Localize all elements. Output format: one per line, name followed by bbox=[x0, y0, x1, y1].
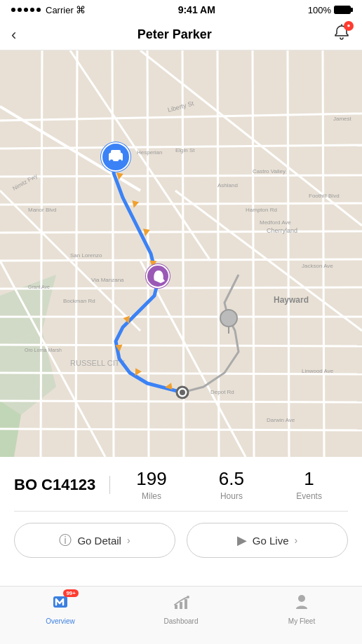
svg-line-24 bbox=[323, 50, 324, 457]
svg-line-12 bbox=[0, 345, 362, 346]
svg-point-73 bbox=[180, 390, 185, 395]
miles-stat: 199 Miles bbox=[136, 468, 166, 501]
events-label: Events bbox=[296, 491, 322, 501]
svg-line-8 bbox=[0, 231, 362, 233]
dashboard-tab-label: Dashboard bbox=[164, 617, 199, 625]
svg-rect-66 bbox=[111, 150, 121, 156]
notification-badge: ● bbox=[344, 21, 354, 31]
tab-dashboard[interactable]: Dashboard bbox=[121, 592, 241, 625]
tab-overview[interactable]: 99+ Overview bbox=[0, 592, 121, 625]
svg-line-23 bbox=[288, 50, 289, 457]
status-time: 9:41 AM bbox=[178, 4, 215, 15]
info-panel: BO C14123 199 Miles 6.5 Hours 1 Events ⓘ… bbox=[0, 457, 362, 583]
battery-percent: 100% bbox=[308, 5, 331, 15]
svg-rect-77 bbox=[175, 605, 177, 609]
svg-line-14 bbox=[0, 401, 362, 402]
dashboard-icon bbox=[171, 592, 191, 612]
svg-text:Bockman Rd: Bockman Rd bbox=[63, 298, 95, 304]
go-live-label: Go Live bbox=[253, 535, 289, 547]
status-left: Carrier ⌘ bbox=[11, 4, 86, 15]
live-chevron-icon: › bbox=[295, 535, 298, 546]
svg-point-68 bbox=[119, 160, 122, 163]
svg-text:Manor Blvd: Manor Blvd bbox=[28, 207, 56, 213]
page-title: Peter Parker bbox=[138, 27, 212, 42]
svg-line-22 bbox=[253, 50, 254, 457]
svg-point-80 bbox=[187, 596, 189, 598]
status-bar: Carrier ⌘ 9:41 AM 100% bbox=[0, 0, 362, 20]
svg-line-16 bbox=[41, 50, 42, 457]
svg-text:Hampton Rd: Hampton Rd bbox=[246, 207, 277, 213]
svg-rect-78 bbox=[180, 602, 182, 609]
stats-group: 199 Miles 6.5 Hours 1 Events bbox=[110, 468, 348, 501]
svg-text:Ashland: Ashland bbox=[217, 182, 238, 189]
svg-rect-79 bbox=[185, 599, 187, 609]
svg-point-74 bbox=[220, 310, 237, 327]
detail-chevron-icon: › bbox=[127, 535, 130, 546]
miles-value: 199 bbox=[136, 468, 166, 490]
svg-text:Oro Lorna Marsh: Oro Lorna Marsh bbox=[25, 348, 62, 352]
action-buttons: ⓘ Go Detail › ▶ Go Live › bbox=[14, 512, 348, 569]
svg-text:Foothill Blvd: Foothill Blvd bbox=[309, 193, 340, 199]
battery-fill bbox=[335, 6, 350, 13]
signal-dot-1 bbox=[11, 8, 15, 12]
carrier-label: Carrier bbox=[46, 5, 74, 15]
go-detail-label: Go Detail bbox=[77, 535, 121, 547]
overview-badge: 99+ bbox=[63, 589, 79, 597]
svg-text:Darwin Ave: Darwin Ave bbox=[267, 417, 295, 423]
map-container[interactable]: Liberty St Nimitz Fwy Manor Blvd San Lor… bbox=[0, 50, 362, 457]
svg-text:Jackson Ave: Jackson Ave bbox=[302, 263, 333, 269]
tab-myfleet[interactable]: My Fleet bbox=[241, 592, 362, 625]
svg-text:RUSSELL CITY: RUSSELL CITY bbox=[70, 359, 126, 367]
dashboard-icon-wrap bbox=[171, 592, 191, 615]
notification-button[interactable]: ● bbox=[333, 24, 351, 46]
svg-point-81 bbox=[298, 595, 305, 602]
myfleet-tab-label: My Fleet bbox=[288, 617, 315, 625]
svg-text:Grant Ave: Grant Ave bbox=[28, 285, 50, 289]
vehicle-id: BO C14123 bbox=[14, 476, 110, 494]
hours-stat: 6.5 Hours bbox=[219, 468, 244, 501]
play-icon: ▶ bbox=[237, 533, 247, 548]
svg-line-15 bbox=[0, 429, 362, 430]
overview-tab-label: Overview bbox=[46, 617, 75, 625]
battery-icon bbox=[334, 6, 351, 14]
hours-label: Hours bbox=[220, 491, 243, 501]
tab-bar: 99+ Overview Dashboard My Fleet bbox=[0, 586, 362, 644]
svg-text:Linwood Ave: Linwood Ave bbox=[302, 368, 334, 374]
svg-line-7 bbox=[0, 203, 362, 205]
overview-icon-wrap: 99+ bbox=[51, 592, 70, 615]
go-live-button[interactable]: ▶ Go Live › bbox=[187, 523, 348, 558]
vehicle-stats: BO C14123 199 Miles 6.5 Hours 1 Events bbox=[14, 468, 348, 512]
map-svg: Liberty St Nimitz Fwy Manor Blvd San Lor… bbox=[0, 50, 362, 457]
myfleet-icon bbox=[292, 592, 311, 612]
events-value: 1 bbox=[304, 468, 314, 490]
svg-text:Hesperian: Hesperian bbox=[137, 149, 162, 156]
svg-text:Medford Ave: Medford Ave bbox=[260, 219, 291, 226]
svg-text:Depot Rd: Depot Rd bbox=[210, 389, 234, 395]
svg-line-10 bbox=[0, 287, 362, 289]
events-stat: 1 Events bbox=[296, 468, 322, 501]
info-icon: ⓘ bbox=[59, 532, 72, 549]
svg-line-6 bbox=[0, 175, 362, 177]
signal-dot-4 bbox=[30, 8, 34, 12]
signal-dot-5 bbox=[36, 8, 41, 12]
svg-point-67 bbox=[110, 160, 114, 163]
svg-text:↺: ↺ bbox=[154, 272, 161, 282]
signal-dot-3 bbox=[24, 8, 28, 12]
svg-text:Jamest: Jamest bbox=[333, 116, 352, 122]
svg-text:Via Manzana: Via Manzana bbox=[91, 277, 124, 283]
signal-dot-2 bbox=[18, 8, 22, 12]
svg-text:Cherryland: Cherryland bbox=[267, 227, 297, 234]
svg-text:Castro Valley: Castro Valley bbox=[253, 168, 286, 174]
back-button[interactable]: ‹ bbox=[11, 27, 16, 43]
wifi-icon: ⌘ bbox=[76, 4, 86, 15]
status-right: 100% bbox=[308, 5, 351, 15]
header: ‹ Peter Parker ● bbox=[0, 20, 362, 50]
svg-text:Hayward: Hayward bbox=[274, 295, 309, 305]
go-detail-button[interactable]: ⓘ Go Detail › bbox=[14, 523, 175, 558]
svg-line-18 bbox=[112, 50, 114, 457]
svg-text:Elgin St: Elgin St bbox=[175, 147, 195, 153]
svg-line-19 bbox=[147, 50, 149, 457]
myfleet-icon-wrap bbox=[292, 592, 311, 615]
hours-value: 6.5 bbox=[219, 468, 244, 490]
svg-line-9 bbox=[0, 259, 362, 261]
